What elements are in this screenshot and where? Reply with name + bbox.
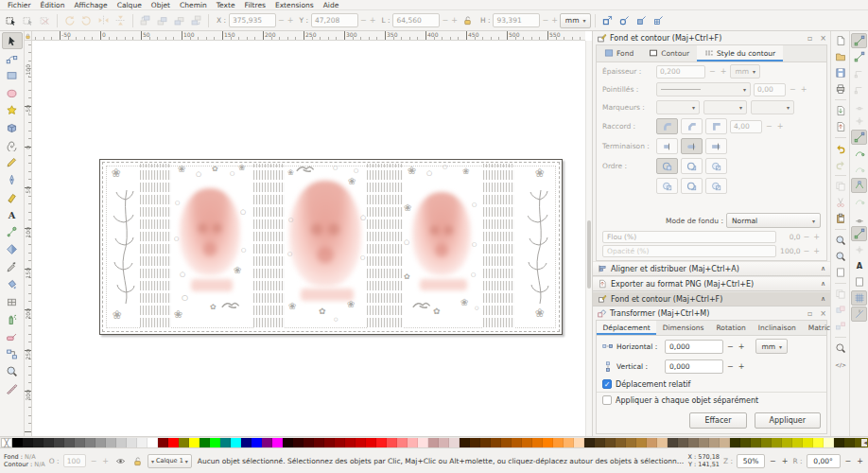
- color-swatch[interactable]: [345, 438, 356, 447]
- marker-dropdown[interactable]: ▾: [751, 100, 794, 114]
- color-swatch[interactable]: [428, 438, 439, 447]
- color-swatch[interactable]: [158, 438, 168, 447]
- color-swatch[interactable]: [824, 438, 834, 447]
- paint-order-stroke-markers-fill-button[interactable]: [681, 178, 703, 194]
- color-swatch[interactable]: [657, 438, 668, 447]
- color-swatch[interactable]: [85, 438, 95, 447]
- increment-button[interactable]: +: [720, 67, 728, 76]
- print-document-button[interactable]: [832, 81, 848, 96]
- marker-dropdown[interactable]: ▾: [656, 100, 700, 114]
- join-miter-button[interactable]: [705, 118, 727, 134]
- increment-button[interactable]: +: [781, 457, 790, 465]
- align-distribute-dock-header[interactable]: Aligner et distribuer (Maj+Ctrl+A)∧: [593, 261, 830, 276]
- rotation-field[interactable]: 0,00°: [807, 454, 841, 468]
- dock-close-button[interactable]: ×: [820, 309, 826, 318]
- ellipse-tool[interactable]: [2, 84, 23, 101]
- color-swatch[interactable]: [262, 438, 272, 447]
- paste-button[interactable]: [832, 211, 848, 226]
- dash-offset-field[interactable]: 0,00: [754, 83, 786, 96]
- dash-pattern-dropdown[interactable]: ▾: [656, 82, 751, 96]
- xml-editor-button[interactable]: </>: [832, 357, 848, 372]
- vertical-scrollbar[interactable]: [585, 41, 592, 436]
- find-button[interactable]: [832, 341, 848, 356]
- object-opacity-field[interactable]: 100: [63, 454, 86, 467]
- fill-stroke-dialog-header[interactable]: Fond et contour (Maj+Ctrl+F) ▫×: [593, 31, 830, 44]
- increment-button[interactable]: +: [812, 247, 821, 255]
- duplicate-button[interactable]: [832, 287, 848, 302]
- menu-aide[interactable]: Aide: [319, 1, 344, 9]
- zoom-drawing-button[interactable]: [832, 233, 848, 248]
- color-swatch[interactable]: [439, 438, 449, 447]
- color-swatch[interactable]: [844, 438, 855, 447]
- increment-button[interactable]: +: [450, 16, 459, 25]
- decrement-button[interactable]: −: [726, 362, 735, 371]
- color-swatch[interactable]: [54, 438, 64, 447]
- color-swatch[interactable]: [595, 438, 605, 447]
- paint-order-stroke-fill-markers-button[interactable]: [681, 158, 703, 174]
- color-swatch[interactable]: [751, 438, 761, 447]
- scale-gradients-toggle[interactable]: [634, 12, 650, 28]
- artwork-towel-design[interactable]: ❀❀❀❀❀○✿○❀○○○○○❀○✿❀❀○○❀○○○○❀✿❀○❀○○❀❀○○○✿○…: [99, 159, 563, 335]
- tab-matrice[interactable]: Matrice: [802, 321, 830, 335]
- color-swatch[interactable]: [605, 438, 616, 447]
- color-swatch[interactable]: [356, 438, 366, 447]
- color-swatch[interactable]: [366, 438, 376, 447]
- decrement-button[interactable]: −: [844, 457, 853, 465]
- color-swatch[interactable]: [574, 438, 584, 447]
- box3d-tool[interactable]: [2, 119, 23, 136]
- increment-button[interactable]: +: [738, 362, 746, 371]
- decrement-button[interactable]: −: [803, 233, 811, 241]
- decrement-button[interactable]: −: [441, 16, 449, 25]
- color-swatch[interactable]: [106, 438, 116, 447]
- color-swatch[interactable]: [127, 438, 137, 447]
- color-swatch[interactable]: [304, 438, 314, 447]
- decrement-button[interactable]: −: [90, 457, 98, 465]
- cut-button[interactable]: [832, 195, 848, 210]
- menu-calque[interactable]: Calque: [113, 1, 147, 9]
- zoom-selection-button[interactable]: [832, 249, 848, 264]
- menu-fichier[interactable]: Fichier: [3, 1, 36, 9]
- y-position-field[interactable]: 47,208: [311, 13, 358, 27]
- tab-dimensions[interactable]: Dimensions: [656, 321, 710, 335]
- color-swatch[interactable]: [64, 438, 75, 447]
- dropper-tool[interactable]: [2, 258, 23, 275]
- color-swatch[interactable]: [772, 438, 782, 447]
- menu-objet[interactable]: Objet: [147, 1, 175, 9]
- snap-nodes-toggle[interactable]: [851, 130, 867, 145]
- color-swatch[interactable]: [376, 438, 387, 447]
- snap-page-border-toggle[interactable]: [851, 274, 867, 289]
- move-vertical-field[interactable]: 0,000: [665, 359, 723, 374]
- vertical-ruler[interactable]: -100-50050100150200250300: [25, 41, 32, 436]
- miter-limit-field[interactable]: 4,00: [730, 120, 762, 133]
- color-swatch[interactable]: [678, 438, 688, 447]
- color-swatch[interactable]: [584, 438, 595, 447]
- snap-bbox-edge-midpoints-toggle[interactable]: [851, 97, 867, 113]
- color-swatch[interactable]: [688, 438, 699, 447]
- calligraphy-tool[interactable]: [2, 189, 23, 206]
- raise-to-top-button[interactable]: [137, 12, 153, 28]
- redo-button[interactable]: [832, 157, 848, 172]
- decrement-button[interactable]: −: [359, 16, 368, 25]
- snap-text-baselines-toggle[interactable]: A: [851, 258, 867, 273]
- blur-slider[interactable]: Flou (%): [602, 231, 776, 243]
- increment-button[interactable]: +: [812, 233, 821, 241]
- color-swatch[interactable]: [293, 438, 304, 447]
- snap-rotation-centers-toggle[interactable]: [851, 242, 867, 257]
- decrement-button[interactable]: −: [726, 342, 735, 351]
- color-swatch[interactable]: [792, 438, 803, 447]
- color-swatch[interactable]: [761, 438, 772, 447]
- color-swatch[interactable]: [636, 438, 647, 447]
- increment-button[interactable]: +: [286, 16, 295, 25]
- export-png-dock-header[interactable]: Exporter au format PNG (Maj+Ctrl+E)∧: [593, 276, 830, 291]
- units-dropdown[interactable]: mm▾: [560, 13, 592, 28]
- snap-bounding-box-toggle[interactable]: [851, 49, 867, 64]
- menu-texte[interactable]: Texte: [212, 1, 240, 9]
- tweak-tool[interactable]: [2, 223, 23, 240]
- move-horizontal-field[interactable]: 0,000: [665, 340, 723, 354]
- decrement-button[interactable]: −: [708, 67, 717, 76]
- decrement-button[interactable]: −: [541, 16, 549, 25]
- transform-unit-dropdown[interactable]: mm▾: [755, 339, 788, 354]
- dock-float-button[interactable]: ▫: [807, 309, 812, 318]
- flip-horizontal-button[interactable]: [95, 12, 112, 28]
- relative-move-checkbox[interactable]: ✓: [602, 379, 612, 389]
